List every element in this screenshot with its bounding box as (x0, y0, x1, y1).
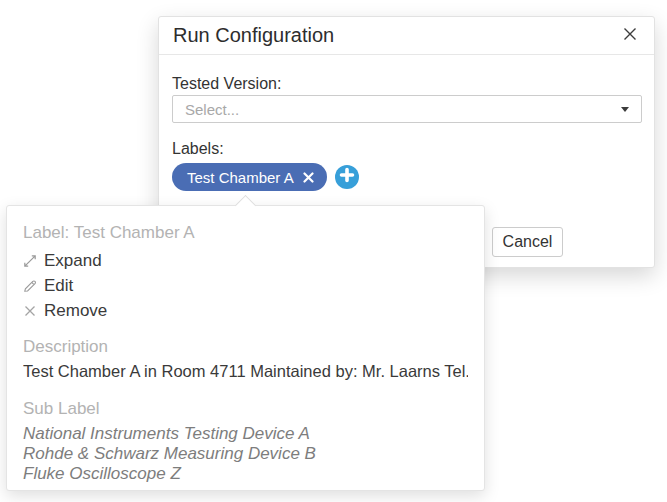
dialog-header: Run Configuration (159, 17, 654, 55)
cancel-button[interactable]: Cancel (492, 227, 563, 257)
edit-icon (23, 279, 37, 293)
sub-label-item: National Instruments Testing Device A (23, 424, 468, 444)
menu-item-label: Edit (44, 276, 73, 296)
remove-tag-icon[interactable] (303, 172, 314, 183)
description-text: Test Chamber A in Room 4711 Maintained b… (23, 361, 468, 381)
chevron-down-icon (621, 107, 629, 112)
popup-menu: Expand Edit Remove (23, 248, 468, 323)
cancel-button-label: Cancel (503, 233, 553, 251)
tested-version-label: Tested Version: (172, 74, 642, 93)
label-tag-test-chamber-a[interactable]: Test Chamber A (172, 163, 327, 191)
description-header: Description (23, 337, 468, 357)
plus-icon (339, 167, 355, 187)
add-label-button[interactable] (335, 165, 359, 189)
menu-item-remove[interactable]: Remove (23, 298, 468, 323)
labels-label: Labels: (172, 139, 642, 158)
sub-label-header: Sub Label (23, 399, 468, 419)
label-context-popup: Label: Test Chamber A Expand Edit Remove… (6, 205, 485, 491)
menu-item-label: Remove (44, 301, 107, 321)
sub-label-item: Fluke Oscilloscope Z (23, 464, 468, 484)
dialog-title: Run Configuration (173, 24, 621, 47)
close-button[interactable] (621, 27, 639, 45)
expand-icon (23, 254, 37, 268)
menu-item-expand[interactable]: Expand (23, 248, 468, 273)
dialog-body: Tested Version: Select... Labels: Test C… (159, 55, 654, 191)
menu-item-label: Expand (44, 251, 102, 271)
sub-label-list: National Instruments Testing Device A Ro… (23, 424, 468, 484)
close-icon (623, 27, 637, 45)
popup-header: Label: Test Chamber A (23, 223, 468, 243)
tag-text: Test Chamber A (187, 169, 294, 186)
sub-label-item: Rohde & Schwarz Measuring Device B (23, 444, 468, 464)
select-placeholder: Select... (185, 101, 239, 118)
menu-item-edit[interactable]: Edit (23, 273, 468, 298)
labels-tag-row: Test Chamber A (172, 163, 642, 191)
remove-icon (23, 304, 37, 318)
tested-version-select[interactable]: Select... (172, 95, 642, 123)
